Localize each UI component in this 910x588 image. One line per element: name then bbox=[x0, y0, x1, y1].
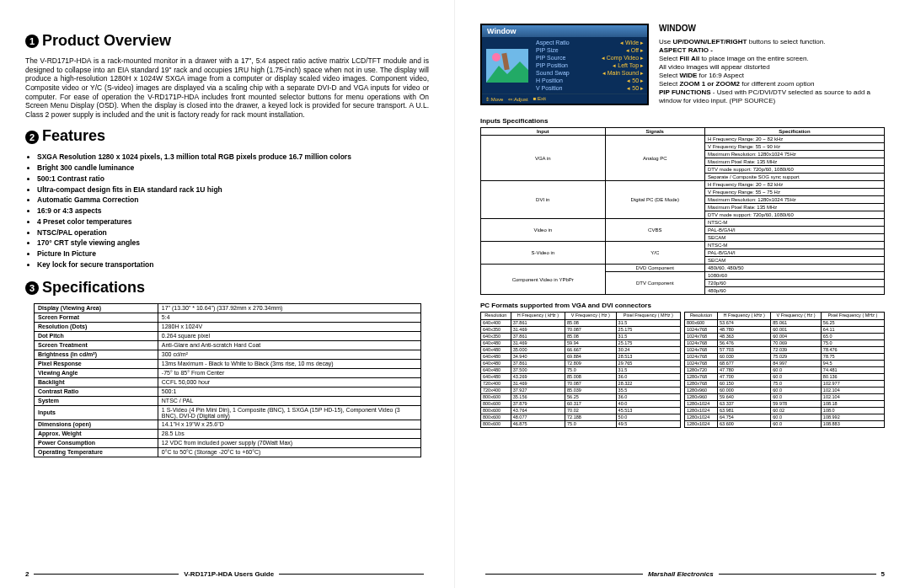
pc-format-row: 640x48037.50075.031.5 bbox=[481, 366, 681, 373]
page-number: 2 bbox=[25, 570, 29, 578]
feature-item: 170° CRT style viewing angles bbox=[37, 238, 429, 249]
pc-format-row: 800x60043.76470.0245.513 bbox=[481, 407, 681, 414]
section-title: Product Overview bbox=[42, 32, 171, 49]
numbered-circle-2: 2 bbox=[25, 131, 39, 144]
pc-format-row: 640x35031.46970.08725.175 bbox=[481, 326, 681, 333]
pc-format-row: 800x60048.07772.18850.0 bbox=[481, 414, 681, 420]
spec-row: Resolution (Dots)1280H x 1024V bbox=[35, 322, 421, 331]
pc-format-row: 1280x102463.98160.02108.0 bbox=[685, 407, 885, 414]
pc-format-row: 1024x76848.36360.00465.0 bbox=[685, 333, 885, 339]
feature-item: 4 Preset color temperatures bbox=[37, 216, 429, 227]
pc-format-row: 800x60035.15656.2536.0 bbox=[481, 393, 681, 400]
features-list: SXGA Resolution 1280 x 1024 pixels, 1.3 … bbox=[37, 152, 429, 270]
pc-table-left: ResolutionH Frequency ( kHz )V Frequency… bbox=[480, 312, 681, 428]
pc-format-row: 1280x76860.15075.0102.977 bbox=[685, 380, 885, 387]
input-spec-row: Component Video in YPbPrDVD Component480… bbox=[481, 265, 885, 272]
window-text: WINDOW Use UP/DOWN/LEFT/RIGHT buttons to… bbox=[659, 24, 885, 105]
window-heading: WINDOW bbox=[659, 24, 885, 35]
inputs-spec-table: InputSignalsSpecificationVGA inAnalog PC… bbox=[480, 127, 885, 295]
right-page: Window Aspect Ratio◂ Wide ▸PIP Size◂ Off… bbox=[455, 0, 910, 588]
pc-format-row: 1024x76868.67784.99794.5 bbox=[685, 360, 885, 366]
pc-format-row: 1280x102463.60060.0108.883 bbox=[685, 420, 885, 427]
pc-format-row: 640x48034.94069.88428.513 bbox=[481, 353, 681, 360]
numbered-circle-3: 3 bbox=[25, 281, 39, 295]
feature-item: Picture In Picture bbox=[37, 249, 429, 259]
feature-item: NTSC/PAL operation bbox=[37, 227, 429, 238]
spec-row: Inputs1 S-Video (4 Pin Mini Din), 1 Comp… bbox=[35, 405, 421, 420]
page-number: 5 bbox=[881, 570, 885, 578]
spec-row: Dimensions (open)14.1"H x 19"W x 25.6"D bbox=[35, 420, 421, 429]
inputs-spec-heading: Inputs Specifications bbox=[480, 117, 885, 125]
pc-formats-heading: PC Formats supported from VGA and DVI co… bbox=[480, 302, 885, 309]
pc-format-row: 1280x102464.75460.0108.992 bbox=[685, 414, 885, 420]
feature-item: Ultra-compact design fits in EIA standar… bbox=[37, 184, 429, 195]
pc-table-right: ResolutionH Frequency ( kHz )V Frequency… bbox=[684, 312, 885, 428]
section-title: Specifications bbox=[42, 279, 145, 296]
pc-format-row: 1024x76857.70372.03978.476 bbox=[685, 346, 885, 353]
footer-title: V-RD171P-HDA Users Guide bbox=[184, 570, 274, 578]
pc-formats-tables: ResolutionH Frequency ( kHz )V Frequency… bbox=[480, 312, 885, 428]
feature-item: SXGA Resolution 1280 x 1024 pixels, 1.3 … bbox=[37, 152, 429, 163]
pc-format-row: 1280x72047.78060.074.481 bbox=[685, 366, 885, 373]
pc-format-row: 800x60037.87960.31740.0 bbox=[481, 400, 681, 407]
specifications-table: Display (Viewing Area)17" (13.30" * 10.6… bbox=[34, 303, 421, 457]
feature-item: 500:1 Contrast ratio bbox=[37, 174, 429, 184]
osd-title: Window bbox=[482, 25, 647, 37]
spec-row: Approx. Weight28.5 Lbs bbox=[35, 429, 421, 438]
spec-row: Brightness (in cd/m²)300 cd/m² bbox=[35, 350, 421, 359]
spec-row: Operating Temperature0°C to 50°C (Storag… bbox=[35, 447, 421, 457]
pc-format-row: 720x40037.92785.03935.5 bbox=[481, 387, 681, 393]
spec-row: Power Consumption12 VDC from included po… bbox=[35, 438, 421, 447]
footer-title: Marshall Electronics bbox=[648, 570, 714, 578]
svg-point-1 bbox=[492, 53, 500, 61]
pc-format-row: 800x60053.67485.06156.25 bbox=[685, 319, 885, 326]
osd-menu: Aspect Ratio◂ Wide ▸PIP Size◂ Off ▸PIP S… bbox=[533, 37, 647, 94]
pc-format-row: 640x48037.86172.80929.765 bbox=[481, 360, 681, 366]
spec-row: Display (Viewing Area)17" (13.30" * 10.6… bbox=[35, 303, 421, 313]
section-3-heading: 3Specifications bbox=[25, 279, 429, 297]
osd-screenshot: Window Aspect Ratio◂ Wide ▸PIP Size◂ Off… bbox=[480, 24, 649, 105]
pc-format-row: 720x40031.46970.08728.322 bbox=[481, 380, 681, 387]
footer-left: 2 V-RD171P-HDA Users Guide bbox=[25, 570, 429, 578]
footer-right: Marshall Electronics 5 bbox=[480, 570, 885, 578]
osd-footer: ⇕:Move⇔:Adjust■:Exit bbox=[482, 94, 647, 104]
section-1-heading: 1Product Overview bbox=[25, 32, 429, 50]
numbered-circle-1: 1 bbox=[25, 35, 39, 48]
window-section: Window Aspect Ratio◂ Wide ▸PIP Size◂ Off… bbox=[480, 24, 885, 105]
pc-format-row: 640x40037.86185.0831.5 bbox=[481, 319, 681, 326]
feature-item: Automatic Gamma Correction bbox=[37, 195, 429, 206]
pc-format-row: 640x48035.00066.66730.24 bbox=[481, 346, 681, 353]
feature-item: 16:9 or 4:3 aspects bbox=[37, 206, 429, 216]
spec-row: Screen Format5:4 bbox=[35, 313, 421, 322]
pc-format-row: 1024x76848.78060.00164.11 bbox=[685, 326, 885, 333]
osd-preview-image bbox=[482, 37, 533, 94]
pc-format-row: 1024x76856.47670.06975.0 bbox=[685, 339, 885, 346]
pc-format-row: 640x48043.26985.00836.0 bbox=[481, 373, 681, 380]
pc-format-row: 1024x76860.03075.02978.75 bbox=[685, 353, 885, 360]
section-2-heading: 2Features bbox=[25, 127, 429, 145]
pc-format-row: 640x35037.86185.0831.5 bbox=[481, 333, 681, 339]
input-spec-row: S-Video inY/CNTSC-M bbox=[481, 242, 885, 249]
spec-row: Dot Pitch0.264 square pixel bbox=[35, 331, 421, 340]
spec-row: Pixel Response13ms Maximum - Black to Wh… bbox=[35, 359, 421, 368]
overview-paragraph: The V-RD171P-HDA is a rack-mounted monit… bbox=[25, 56, 429, 119]
spec-row: SystemNTSC / PAL bbox=[35, 396, 421, 405]
pc-format-row: 800x60046.87575.049.5 bbox=[481, 420, 681, 427]
pc-format-row: 1280x102463.33759.978108.18 bbox=[685, 400, 885, 407]
section-title: Features bbox=[42, 127, 105, 144]
input-spec-row: Video inCVBSNTSC-M bbox=[481, 219, 885, 227]
feature-item: Bright 300 candle luminance bbox=[37, 163, 429, 174]
left-page: 1Product Overview The V-RD171P-HDA is a … bbox=[0, 0, 455, 588]
pc-format-row: 1280x96059.64060.0102.104 bbox=[685, 393, 885, 400]
spec-row: BacklightCCFL 50,000 hour bbox=[35, 377, 421, 387]
feature-item: Key lock for secure transportation bbox=[37, 259, 429, 270]
pc-format-row: 640x48031.46959.9425.175 bbox=[481, 339, 681, 346]
input-spec-row: VGA inAnalog PCH Frequency Range: 20 ~ 8… bbox=[481, 136, 885, 143]
spec-row: Contrast Ratio500:1 bbox=[35, 387, 421, 396]
spec-row: Viewing Angle-75° to 85° From Center bbox=[35, 368, 421, 377]
pc-format-row: 1280x76847.70060.080.136 bbox=[685, 373, 885, 380]
spec-row: Screen TreatmentAnti-Glare and Anti-scra… bbox=[35, 340, 421, 350]
pc-format-row: 1280x96060.00060.0102.104 bbox=[685, 387, 885, 393]
input-spec-row: DVI inDigital PC (DE Mode)H Frequency Ra… bbox=[481, 181, 885, 189]
